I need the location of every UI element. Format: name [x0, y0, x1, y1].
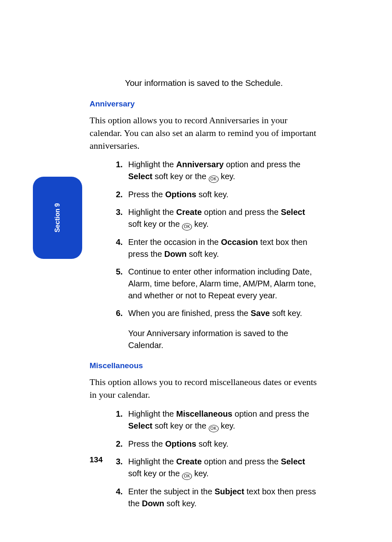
heading-anniversary: Anniversary [90, 99, 320, 108]
step-number: 5. [116, 266, 123, 278]
step-item: 6.When you are finished, press the Save … [116, 307, 320, 319]
section-tab: Section 9 [33, 177, 82, 259]
heading-miscellaneous: Miscellaneous [90, 361, 320, 370]
step-item: 4.Enter the occasion in the Occasion tex… [116, 236, 320, 260]
step-item: 5.Continue to enter other information in… [116, 266, 320, 302]
step-number: 1. [116, 159, 123, 171]
step-item: 4.Enter the subject in the Subject text … [116, 486, 320, 510]
step-number: 3. [116, 206, 123, 218]
step-number: 4. [116, 486, 123, 498]
step-item: 3.Highlight the Create option and press … [116, 456, 320, 480]
step-number: 6. [116, 307, 123, 319]
steps-anniversary: 1.Highlight the Anniversary option and p… [90, 159, 320, 319]
step-number: 3. [116, 456, 123, 468]
ok-key-icon: OK [182, 223, 192, 231]
step-number: 2. [116, 438, 123, 450]
ok-key-icon: OK [209, 175, 219, 183]
trailing-anniversary: Your Anniversary information is saved to… [128, 328, 320, 359]
desc-miscellaneous: This option allows you to record miscell… [90, 376, 320, 401]
ok-key-icon: OK [182, 473, 192, 480]
steps-miscellaneous: 1.Highlight the Miscellaneous option and… [90, 408, 320, 510]
page-body: Your information is saved to the Schedul… [90, 78, 320, 518]
step-number: 4. [116, 236, 123, 248]
step-item: 3.Highlight the Create option and press … [116, 206, 320, 231]
step-number: 1. [116, 408, 123, 420]
step-item: 2.Press the Options soft key. [116, 438, 320, 450]
desc-anniversary: This option allows you to record Anniver… [90, 114, 320, 152]
step-number: 2. [116, 189, 123, 201]
step-item: 1.Highlight the Miscellaneous option and… [116, 408, 320, 432]
step-item: 1.Highlight the Anniversary option and p… [116, 159, 320, 183]
intro-text: Your information is saved to the Schedul… [125, 78, 320, 88]
page-number: 134 [90, 455, 103, 464]
step-item: 2.Press the Options soft key. [116, 189, 320, 201]
ok-key-icon: OK [209, 425, 219, 432]
section-tab-label: Section 9 [54, 203, 61, 232]
